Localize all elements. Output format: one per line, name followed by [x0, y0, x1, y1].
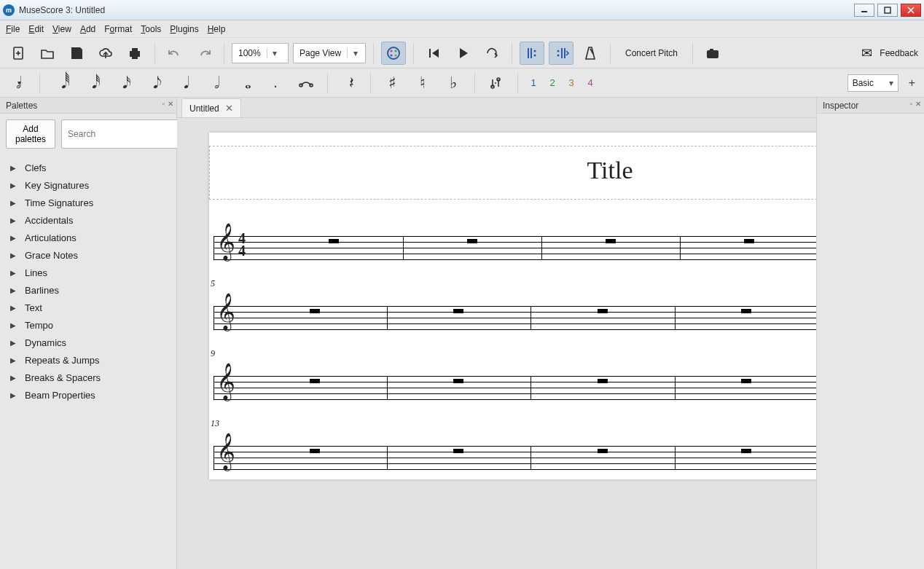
svg-rect-1 [885, 7, 890, 13]
palette-item[interactable]: ▶Repeats & Jumps [0, 351, 176, 369]
view-mode-combo[interactable]: Page View ▾ [293, 43, 366, 63]
whole-rest[interactable] [310, 449, 320, 453]
minimize-button[interactable] [854, 4, 874, 17]
palette-item[interactable]: ▶Grace Notes [0, 246, 176, 264]
play-button[interactable] [450, 42, 475, 65]
open-button[interactable] [35, 42, 60, 65]
chevron-right-icon: ▶ [10, 234, 17, 242]
duration-quarter[interactable]: 𝅘𝅥 [171, 71, 196, 95]
feedback-button[interactable]: Feedback [880, 48, 918, 58]
staff[interactable]: 𝄞 [214, 358, 816, 409]
voice-1-button[interactable]: 1 [527, 77, 540, 88]
note-input-toolbar: 𝅗𝅥▾ 𝅘𝅥𝅱 𝅘𝅥𝅰 𝅘𝅥𝅯 𝅘𝅥𝅮 𝅘𝅥 𝅗𝅥 𝅝 . 𝄽 ♯ ♮ ♭ 1 … [0, 68, 924, 98]
whole-rest[interactable] [741, 449, 751, 453]
palette-item[interactable]: ▶Tempo [0, 316, 176, 334]
title-frame[interactable]: Title Com [209, 146, 816, 200]
whole-rest[interactable] [741, 309, 751, 313]
add-workspace-button[interactable]: + [906, 76, 918, 90]
menu-help[interactable]: Help [208, 24, 226, 34]
natural-button[interactable]: ♮ [410, 71, 435, 95]
panel-undock-icon[interactable]: ▫ [909, 100, 912, 108]
whole-rest[interactable] [598, 449, 608, 453]
palette-item[interactable]: ▶Key Signatures [0, 176, 176, 194]
whole-rest[interactable] [453, 449, 463, 453]
staff[interactable]: 𝄞44 [214, 219, 816, 270]
whole-rest[interactable] [310, 309, 320, 313]
menu-edit[interactable]: Edit [28, 24, 44, 34]
loop-button[interactable] [479, 42, 504, 65]
close-button[interactable] [901, 4, 921, 17]
flat-button[interactable]: ♭ [441, 71, 466, 95]
workspace-combo[interactable]: Basic ▾ [847, 74, 898, 92]
screenshot-button[interactable] [700, 42, 725, 65]
tab-close-icon[interactable]: ✕ [225, 103, 233, 114]
voice-3-button[interactable]: 3 [565, 77, 578, 88]
menu-add[interactable]: Add [80, 24, 95, 34]
palette-item[interactable]: ▶Breaks & Spacers [0, 369, 176, 386]
cloud-button[interactable] [93, 42, 118, 65]
svg-point-17 [395, 54, 397, 56]
loop-out-button[interactable] [549, 42, 573, 65]
duration-64th[interactable]: 𝅘𝅥𝅱 [49, 71, 74, 95]
whole-rest[interactable] [467, 239, 477, 243]
whole-rest[interactable] [329, 239, 339, 243]
score-canvas[interactable]: Title Com 𝄞445𝄞9𝄞13𝄞 [177, 118, 816, 569]
palette-item[interactable]: ▶Text [0, 299, 176, 316]
loop-in-button[interactable] [520, 42, 544, 65]
palette-item[interactable]: ▶Dynamics [0, 334, 176, 351]
metronome-button[interactable] [578, 42, 603, 65]
maximize-button[interactable] [877, 4, 898, 17]
menu-tools[interactable]: Tools [141, 24, 161, 34]
palette-item[interactable]: ▶Clefs [0, 159, 176, 176]
palettes-search-input[interactable] [61, 119, 184, 149]
staff[interactable]: 𝄞 [214, 289, 816, 340]
staff[interactable]: 𝄞 [214, 428, 816, 479]
whole-rest[interactable] [606, 239, 616, 243]
palette-item[interactable]: ▶Time Signatures [0, 194, 176, 211]
whole-rest[interactable] [310, 379, 320, 383]
rest-button[interactable]: 𝄽 [337, 71, 361, 95]
duration-whole[interactable]: 𝅝 [232, 71, 257, 95]
whole-rest[interactable] [598, 309, 608, 313]
augmentation-dot[interactable]: . [263, 71, 288, 95]
rewind-button[interactable] [421, 42, 446, 65]
menu-file[interactable]: File [6, 24, 20, 34]
whole-rest[interactable] [453, 309, 463, 313]
panel-undock-icon[interactable]: ▫ [162, 100, 165, 108]
duration-half[interactable]: 𝅗𝅥 [202, 71, 227, 95]
menu-plugins[interactable]: Plugins [170, 24, 198, 34]
palette-item[interactable]: ▶Beam Properties [0, 386, 176, 404]
panel-close-icon[interactable]: ✕ [915, 100, 921, 108]
duration-8th[interactable]: 𝅘𝅥𝅮 [141, 71, 165, 95]
zoom-combo[interactable]: 100% ▾ [232, 43, 289, 63]
print-button[interactable] [122, 42, 147, 65]
whole-rest[interactable] [741, 379, 751, 383]
flip-button[interactable] [484, 71, 509, 95]
whole-rest[interactable] [598, 379, 608, 383]
add-palettes-button[interactable]: Add palettes [6, 119, 55, 149]
panel-close-icon[interactable]: ✕ [168, 100, 173, 108]
duration-16th[interactable]: 𝅘𝅥𝅯 [110, 71, 135, 95]
whole-rest[interactable] [453, 379, 463, 383]
concert-pitch-button[interactable]: Concert Pitch [618, 48, 685, 58]
document-tab[interactable]: Untitled ✕ [181, 98, 241, 117]
menu-view[interactable]: View [52, 24, 71, 34]
undo-button[interactable] [163, 42, 187, 65]
palette-item[interactable]: ▶Barlines [0, 281, 176, 299]
menu-format[interactable]: Format [104, 24, 132, 34]
voice-2-button[interactable]: 2 [546, 77, 559, 88]
tie-button[interactable] [294, 71, 318, 95]
palette-item[interactable]: ▶Articulations [0, 229, 176, 246]
whole-rest[interactable] [744, 239, 754, 243]
redo-button[interactable] [192, 42, 216, 65]
note-input-mode-button[interactable]: 𝅗𝅥▾ [6, 71, 31, 95]
save-button[interactable] [64, 42, 89, 65]
palette-item[interactable]: ▶Accidentals [0, 211, 176, 229]
palette-item[interactable]: ▶Lines [0, 264, 176, 281]
score-title[interactable]: Title [224, 157, 816, 184]
sharp-button[interactable]: ♯ [380, 71, 404, 95]
duration-32nd[interactable]: 𝅘𝅥𝅰 [79, 71, 104, 95]
voice-4-button[interactable]: 4 [584, 77, 597, 88]
color-palette-button[interactable] [381, 42, 406, 65]
new-score-button[interactable] [6, 42, 31, 65]
